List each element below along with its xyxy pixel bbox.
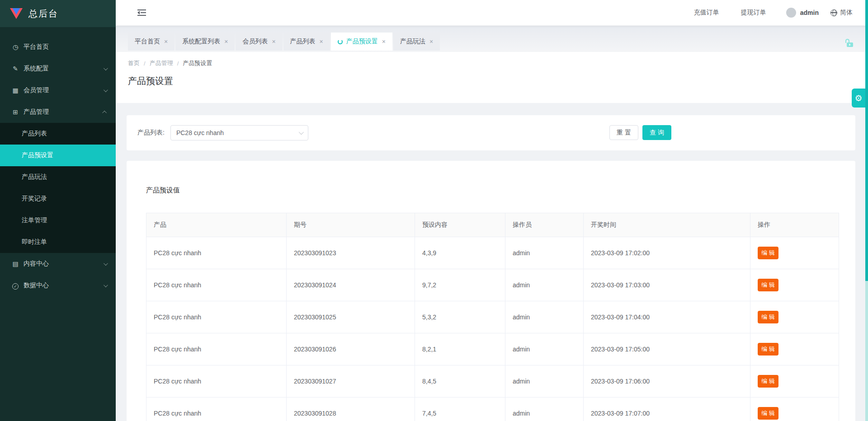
tab-system-config-list[interactable]: 系统配置列表 ×: [175, 33, 235, 51]
table-icon: ▦: [12, 87, 19, 94]
filter-buttons: 重 置 查 询: [609, 125, 671, 140]
withdraw-orders-link[interactable]: 提现订单: [741, 9, 766, 17]
cell-issue: 202303091028: [287, 398, 415, 421]
chevron-down-icon: [104, 283, 108, 287]
tab-product-preset[interactable]: 产品预设置 ×: [331, 33, 392, 51]
tab-member-list[interactable]: 会员列表 ×: [236, 33, 282, 51]
tab-product-list[interactable]: 产品列表 ×: [283, 33, 330, 51]
tab-label: 平台首页: [135, 37, 160, 46]
content: 产品列表: PC28 cực nhanh 重 置 查 询 产品预设值 产品: [116, 103, 868, 421]
sidebar-item-product-preset[interactable]: 产品预设置: [0, 145, 116, 166]
table-row: PC28 cực nhanh 202303091027 8,4,5 admin …: [146, 365, 839, 398]
tab-product-play[interactable]: 产品玩法 ×: [393, 33, 440, 51]
col-product: 产品: [146, 213, 287, 237]
tab-platform-home[interactable]: 平台首页 ×: [128, 33, 175, 51]
edit-button[interactable]: 编 辑: [758, 407, 778, 420]
sidebar-item-product-list[interactable]: 产品列表: [0, 123, 116, 145]
sidebar-item-member-management[interactable]: ▦ 会员管理: [0, 80, 116, 101]
breadcrumb-product-management[interactable]: 产品管理: [150, 59, 173, 67]
edit-icon: ✎: [12, 65, 19, 72]
dashboard-icon: ◷: [12, 43, 19, 51]
chevron-down-icon: [104, 261, 108, 266]
col-issue: 期号: [287, 213, 415, 237]
tab-label: 产品预设置: [346, 37, 378, 46]
table-row: PC28 cực nhanh 202303091025 5,3,2 admin …: [146, 301, 839, 333]
check-circle-icon: ✓: [12, 282, 19, 290]
sidebar-item-bet-management[interactable]: 注单管理: [0, 210, 116, 231]
cell-product: PC28 cực nhanh: [146, 301, 287, 333]
close-icon[interactable]: ×: [382, 38, 386, 45]
edit-button[interactable]: 编 辑: [758, 247, 778, 259]
sidebar-item-label: 系统配置: [24, 65, 49, 73]
close-icon[interactable]: ×: [224, 38, 228, 45]
breadcrumb-home[interactable]: 首页: [128, 59, 140, 67]
collapse-sidebar-icon[interactable]: [137, 9, 146, 16]
cell-draw-time: 2023-03-09 17:03:00: [584, 269, 750, 301]
avatar[interactable]: [786, 8, 796, 18]
cell-draw-time: 2023-03-09 17:05:00: [584, 333, 750, 365]
submenu-item-label: 即时注单: [22, 238, 47, 246]
language-switcher[interactable]: 简体: [830, 9, 853, 17]
cell-draw-time: 2023-03-09 17:04:00: [584, 301, 750, 333]
app-logo: 总后台: [0, 0, 116, 27]
cell-product: PC28 cực nhanh: [146, 333, 287, 365]
submenu-item-label: 产品列表: [22, 130, 47, 138]
page-scrollbar-track[interactable]: [865, 0, 868, 421]
close-icon[interactable]: ×: [164, 38, 168, 45]
table-row: PC28 cực nhanh 202303091028 7,4,5 admin …: [146, 398, 839, 421]
chevron-down-icon: [104, 88, 108, 92]
settings-drawer-button[interactable]: ⚙: [852, 89, 865, 108]
edit-button[interactable]: 编 辑: [758, 375, 778, 388]
cell-product: PC28 cực nhanh: [146, 365, 287, 398]
query-button[interactable]: 查 询: [642, 125, 671, 140]
cell-operator: admin: [505, 398, 584, 421]
unlock-icon[interactable]: [846, 39, 854, 47]
main-area: 充值订单 提现订单 admin 简体 平台首页 × 系统配置列表 × 会员列表 …: [116, 0, 868, 421]
cell-issue: 202303091025: [287, 301, 415, 333]
sidebar-item-realtime-bets[interactable]: 即时注单: [0, 231, 116, 253]
edit-button[interactable]: 编 辑: [758, 343, 778, 356]
sidebar-item-label: 数据中心: [24, 281, 49, 290]
close-icon[interactable]: ×: [320, 38, 323, 45]
sidebar-item-content-center[interactable]: ▤ 内容中心: [0, 253, 116, 275]
cell-product: PC28 cực nhanh: [146, 269, 287, 301]
sidebar-item-product-management[interactable]: ⊞ 产品管理: [0, 101, 116, 123]
globe-icon: [830, 9, 837, 16]
sidebar-item-platform-home[interactable]: ◷ 平台首页: [0, 36, 116, 58]
cell-issue: 202303091024: [287, 269, 415, 301]
cell-draw-time: 2023-03-09 17:02:00: [584, 237, 750, 269]
page-title: 产品预设置: [128, 75, 868, 87]
cell-preset: 8,4,5: [415, 365, 505, 398]
recharge-orders-link[interactable]: 充值订单: [694, 9, 719, 17]
edit-button[interactable]: 编 辑: [758, 311, 778, 323]
page-head: 首页 / 产品管理 / 产品预设置 产品预设置: [116, 52, 868, 103]
preset-panel: 产品预设值 产品 期号 预设内容 操作员 开奖时间 操作: [127, 161, 855, 421]
sidebar-item-product-play[interactable]: 产品玩法: [0, 166, 116, 188]
chevron-up-icon: [102, 110, 107, 115]
table-row: PC28 cực nhanh 202303091023 4,3,9 admin …: [146, 237, 839, 269]
cell-preset: 4,3,9: [415, 237, 505, 269]
sidebar-item-label: 内容中心: [24, 260, 49, 268]
page-scrollbar-thumb[interactable]: [865, 0, 868, 281]
reset-button[interactable]: 重 置: [609, 125, 638, 140]
tab-label: 产品列表: [290, 37, 316, 46]
close-icon[interactable]: ×: [429, 38, 433, 45]
table-header-row: 产品 期号 预设内容 操作员 开奖时间 操作: [146, 213, 839, 237]
preset-table: 产品 期号 预设内容 操作员 开奖时间 操作 PC28 cực nhanh 20…: [146, 213, 839, 421]
product-select[interactable]: PC28 cực nhanh: [170, 125, 308, 140]
sidebar-item-system-config[interactable]: ✎ 系统配置: [0, 58, 116, 80]
sidebar-item-label: 会员管理: [24, 86, 49, 94]
close-icon[interactable]: ×: [272, 38, 275, 45]
cell-preset: 9,7,2: [415, 269, 505, 301]
edit-button[interactable]: 编 辑: [758, 279, 778, 291]
gear-icon: ⚙: [854, 93, 862, 103]
cell-issue: 202303091027: [287, 365, 415, 398]
sidebar: 总后台 ◷ 平台首页 ✎ 系统配置 ▦ 会员管理 ⊞ 产品管理 产品列表 产品预…: [0, 0, 116, 421]
cell-operator: admin: [505, 237, 584, 269]
submenu-item-label: 开奖记录: [22, 195, 47, 203]
submenu-item-label: 产品玩法: [22, 173, 47, 181]
product-management-submenu: 产品列表 产品预设置 产品玩法 开奖记录 注单管理 即时注单: [0, 123, 116, 253]
sidebar-item-draw-records[interactable]: 开奖记录: [0, 188, 116, 210]
sidebar-item-data-center[interactable]: ✓ 数据中心: [0, 275, 116, 296]
breadcrumb-current: 产品预设置: [183, 59, 212, 67]
